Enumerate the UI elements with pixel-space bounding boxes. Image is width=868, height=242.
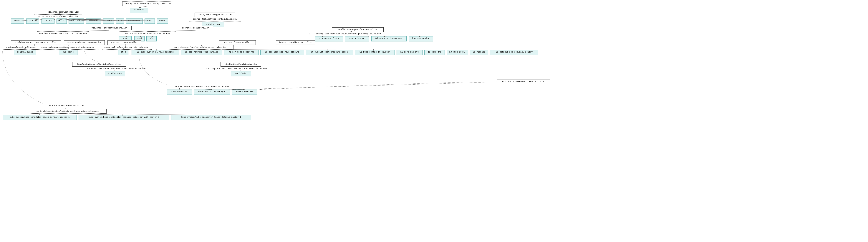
networkd-node: networkd bbox=[86, 19, 101, 24]
kube-apiserver-top-label: kube-apiserver bbox=[348, 37, 366, 39]
diagram-container: config.MachineConfigs.config.talos.dev v… bbox=[0, 0, 868, 242]
v1alpha1-top-node: v1alpha1 bbox=[130, 8, 148, 13]
controlplane-static-pod-statuses-label: controlplane.StaticPodStatuses.kubernete… bbox=[36, 110, 99, 112]
system-manifests-label: system-manifests bbox=[319, 37, 339, 39]
core-dns-svc-label: 11-core-dns-svc bbox=[400, 51, 418, 53]
kube-scheduler-talos-label: kube-system/kube-scheduler-talos-default… bbox=[10, 116, 69, 118]
k8s-manifest-controller-label: k8s.ManifestController bbox=[224, 41, 251, 43]
control-plane-node: control-plane bbox=[14, 50, 36, 55]
machine-type-label: machine-type bbox=[206, 23, 220, 25]
controlplane-static-pod-controller-node: k8s.ControlPlaneStaticPodController bbox=[497, 79, 550, 84]
routerd-node: routerd bbox=[41, 19, 55, 24]
kube-controller-manager-top-label: kube-controller-manager bbox=[375, 37, 403, 39]
k8s-certs-label: k8s-certs bbox=[63, 51, 73, 53]
static-pods-node: static-pods bbox=[105, 71, 125, 76]
config-kbs-control-plane-controller-label: config.KBsControlPlaneController bbox=[338, 28, 377, 31]
trustd-node: trustd bbox=[11, 19, 24, 24]
kubelet-label: kubelet bbox=[29, 20, 37, 22]
config-machine-types-label: config.MachineTypes.config.talos.dev bbox=[193, 18, 237, 20]
k8s-root-label: k8s bbox=[150, 37, 153, 39]
controlplane-static-pod-controller-label: k8s.ControlPlaneStaticPodController bbox=[502, 80, 545, 83]
udevd-node: udevd bbox=[157, 19, 168, 24]
config-machine-configs-node: config.MachineConfigs.config.talos.dev bbox=[122, 1, 174, 6]
secrets-etcd-secrets-label: secrets.EtcdSecrets.secrets.talos.dev bbox=[104, 46, 150, 48]
apid-node: apid bbox=[145, 19, 155, 24]
udevd-label: udevd bbox=[159, 20, 165, 22]
svg-line-0 bbox=[139, 6, 148, 8]
flannel-label: 05-flannel bbox=[473, 51, 485, 53]
csr-renewal-role-binding-node: 01-csr-renewal-role-binding bbox=[181, 50, 222, 55]
node-label: node bbox=[123, 37, 127, 39]
k8s-extra-manifest-controller-node: k8s.ExtraManifestController bbox=[276, 40, 315, 45]
controlplane-secret-statuses-label: controlplane.SecretStatuses.kubernetes.t… bbox=[88, 68, 146, 70]
cri-node: cri bbox=[116, 19, 124, 24]
config-kubernetes-control-plane-configs-label: config.KubernetesControlPlaneConfigs.con… bbox=[316, 33, 381, 35]
k8s-certs-node: k8s-certs bbox=[59, 50, 78, 55]
manifests-node: manifests bbox=[231, 71, 251, 76]
csr-approver-role-binding-label: 01-csr-approver-role-binding bbox=[265, 51, 299, 53]
kube-scheduler-top-node: kube-scheduler bbox=[409, 36, 433, 41]
kube-scheduler-static-label: kube-scheduler bbox=[171, 91, 188, 93]
kube-config-in-cluster-label: 11-kube-config-in-cluster bbox=[360, 51, 390, 53]
routerd-label: routerd bbox=[44, 20, 52, 22]
core-dns-svc-node: 11-core-dns-svc bbox=[397, 50, 423, 55]
csr-renewal-role-binding-label: 01-csr-renewal-role-binding bbox=[185, 51, 218, 53]
timed-node: timed bbox=[103, 19, 114, 24]
control-plane-label: control-plane bbox=[17, 51, 33, 53]
kube-config-in-cluster-node: 11-kube-config-in-cluster bbox=[355, 50, 395, 55]
kubelet-bootstrapping-token-label: 00-kubelet-bootstrapping-token bbox=[311, 51, 348, 53]
manifests-label: manifests bbox=[235, 72, 246, 74]
kube-controller-manager-talos-node: kube-system/kube-controller-manager-talo… bbox=[79, 115, 169, 120]
kube-scheduler-talos-node: kube-system/kube-scheduler-talos-default… bbox=[3, 115, 77, 120]
kube-apiserver-top-node: kube-apiserver bbox=[345, 36, 369, 41]
kube-apiserver-static-node: kube-apiserver bbox=[232, 90, 257, 95]
containerd-label: containerd bbox=[128, 20, 141, 22]
default-pod-security-policy-node: 03-default-pod-security-policy bbox=[490, 50, 538, 55]
config-machine-type-controller-label: config.MachineTypeController bbox=[198, 13, 232, 16]
manifest-apply-controller-label: k8s.ManifestApplyController bbox=[224, 63, 257, 65]
cri-label: cri bbox=[118, 20, 122, 22]
secrets-kubernetes-controller-node: secrets.KubernetesController bbox=[64, 40, 105, 45]
flannel-node: 05-flannel bbox=[470, 50, 488, 55]
static-pods-label: static-pods bbox=[108, 72, 122, 74]
trustd-label: trustd bbox=[14, 20, 21, 22]
secrets-kubernetes-secrets-label: secrets.KubernetesSecrets.secrets.talos.… bbox=[41, 46, 94, 48]
svg-line-53 bbox=[76, 114, 211, 115]
secrets-etcd-secrets-node: secrets.EtcdSecrets.secrets.talos.dev bbox=[102, 45, 152, 49]
bootstrap-status-controller-node: v1alpha1.BootstrapStatusController bbox=[11, 40, 61, 45]
time-status-controller-node: v1alpha1.TimeStatusController bbox=[87, 26, 131, 30]
secrets-root-secrets-node: secrets.RootSecrets.secrets.talos.dev bbox=[119, 31, 176, 36]
containerd-node: containerd bbox=[126, 19, 143, 24]
secrets-root-secrets-label: secrets.RootSecrets.secrets.talos.dev bbox=[125, 32, 170, 35]
etcd-svc-node: etcd bbox=[57, 19, 67, 24]
timed-label: timed bbox=[105, 20, 112, 22]
kubelet-static-pod-controller-node: k8s.KubeletStaticPodController bbox=[42, 104, 89, 108]
runtime-time-statuses-label: runtime.TimeStatuses.v1alpha1.talos.dev bbox=[39, 32, 87, 35]
controlplane-manifest-statuses-label: controlplane.ManifestStatuses.kubernetes… bbox=[206, 68, 267, 70]
default-pod-security-policy-label: 03-default-pod-security-policy bbox=[496, 51, 533, 53]
etcd-secrets-node: etcd bbox=[118, 50, 128, 55]
networkd-label: networkd bbox=[89, 20, 98, 22]
kube-system-sa-role-binding-label: 02-kube-system-sa-role-binding bbox=[137, 51, 174, 53]
apid-label: apid bbox=[147, 20, 152, 22]
kube-apiserver-talos-node: kube-system/kube-apiserver-talos-default… bbox=[171, 115, 251, 120]
v1alpha1-service-controller-node: v1alpha1.ServiceController bbox=[45, 10, 82, 14]
config-kbs-control-plane-controller-node: config.KBsControlPlaneController bbox=[332, 27, 383, 32]
secrets-root-controller-node: secrets.RootController bbox=[178, 26, 213, 30]
kube-controller-manager-top-node: kube-controller-manager bbox=[371, 36, 407, 41]
config-kubernetes-control-plane-configs-node: config.KubernetesControlPlaneConfigs.con… bbox=[309, 32, 387, 36]
render-secrets-static-pod-controller-label: k8s.RenderSecretsStaticPodController bbox=[77, 63, 121, 65]
secrets-kubernetes-controller-label: secrets.KubernetesController bbox=[67, 41, 101, 43]
render-secrets-static-pod-controller-node: k8s.RenderSecretsStaticPodController bbox=[72, 62, 126, 67]
bootstrap-status-controller-label: v1alpha1.BootstrapStatusController bbox=[16, 41, 57, 43]
core-dns-label: 11-core-dns bbox=[428, 51, 441, 53]
config-machine-type-controller-node: config.MachineTypeController bbox=[194, 12, 235, 17]
v1alpha1-top-label: v1alpha1 bbox=[134, 9, 144, 11]
kube-proxy-node: 10-kube-proxy bbox=[446, 50, 468, 55]
kube-scheduler-static-node: kube-scheduler bbox=[167, 90, 192, 95]
kube-system-sa-role-binding-node: 02-kube-system-sa-role-binding bbox=[131, 50, 179, 55]
kubelet-bootstrapping-token-node: 00-kubelet-bootstrapping-token bbox=[306, 50, 353, 55]
kube-controller-manager-talos-label: kube-system/kube-controller-manager-talo… bbox=[89, 116, 160, 118]
k8s-root-node: k8s bbox=[146, 36, 157, 41]
secrets-etcd-controller-label: secrets.EtcdController bbox=[111, 41, 137, 43]
